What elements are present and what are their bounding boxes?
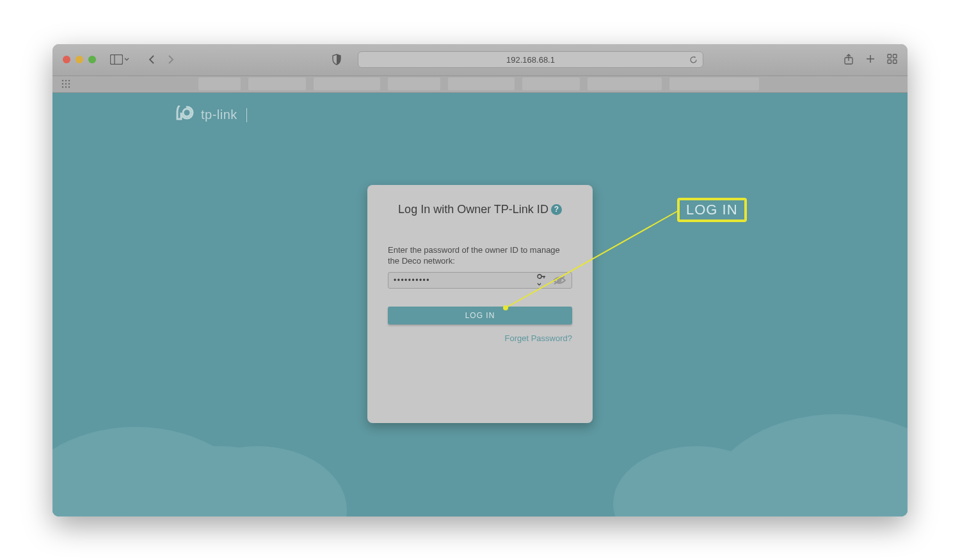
login-instruction: Enter the password of the owner ID to ma…	[388, 244, 572, 267]
bookmark-placeholders	[198, 77, 759, 90]
navigation-arrows	[143, 51, 179, 68]
bookmark-item[interactable]	[388, 77, 440, 90]
chevron-down-icon	[537, 282, 541, 287]
svg-point-17	[538, 275, 541, 278]
grid-icon	[887, 54, 897, 64]
key-icon	[537, 273, 546, 280]
svg-point-11	[65, 83, 67, 84]
login-title-text: Log In with Owner TP-Link ID	[398, 203, 548, 216]
tplink-logo-icon	[175, 106, 195, 125]
svg-point-9	[68, 80, 70, 81]
shield-icon	[332, 54, 342, 65]
reload-icon	[689, 56, 698, 64]
bookmark-item[interactable]	[248, 77, 306, 90]
tabs-overview-button[interactable]	[887, 54, 897, 65]
favorites-bar	[52, 76, 908, 93]
login-button[interactable]: LOG IN	[388, 307, 572, 324]
sidebar-toggle-button[interactable]	[110, 54, 129, 65]
svg-rect-0	[111, 55, 123, 65]
forward-button[interactable]	[163, 51, 179, 68]
svg-point-13	[62, 86, 63, 88]
svg-point-14	[65, 86, 67, 88]
svg-rect-5	[888, 60, 892, 64]
back-button[interactable]	[143, 51, 160, 68]
svg-point-8	[65, 80, 67, 81]
svg-point-12	[68, 83, 70, 84]
login-title: Log In with Owner TP-Link ID ?	[388, 203, 572, 216]
login-card: Log In with Owner TP-Link ID ? Enter the…	[367, 185, 593, 423]
brand-separator	[246, 108, 247, 122]
bookmark-item[interactable]	[669, 77, 759, 90]
minimize-window-button[interactable]	[76, 56, 83, 63]
share-icon	[844, 54, 854, 65]
bookmark-item[interactable]	[588, 77, 662, 90]
brand-name: tp-link	[201, 108, 237, 122]
maximize-window-button[interactable]	[88, 56, 96, 63]
sidebar-icon	[110, 54, 123, 65]
toolbar-right	[844, 54, 897, 65]
bookmark-item[interactable]	[448, 77, 515, 90]
window-controls	[63, 56, 96, 63]
svg-point-16	[183, 109, 191, 116]
chevron-left-icon	[148, 54, 156, 65]
keychain-icon[interactable]	[537, 273, 546, 288]
chevron-right-icon	[167, 54, 175, 65]
forgot-password-link[interactable]: Forget Password?	[388, 333, 572, 343]
share-button[interactable]	[844, 54, 854, 65]
svg-point-10	[62, 83, 63, 84]
bookmark-item[interactable]	[522, 77, 580, 90]
address-bar[interactable]: 192.168.68.1	[358, 51, 703, 68]
browser-window: 192.168.68.1	[52, 44, 908, 516]
close-window-button[interactable]	[63, 56, 70, 63]
show-password-toggle[interactable]	[552, 276, 566, 285]
svg-rect-6	[893, 60, 897, 64]
bookmark-item[interactable]	[198, 77, 241, 90]
password-input[interactable]	[394, 276, 537, 285]
chevron-down-icon	[124, 57, 129, 62]
eye-slash-icon	[552, 276, 566, 285]
apps-grid-button[interactable]	[61, 79, 70, 88]
svg-rect-3	[888, 54, 892, 58]
apps-icon	[61, 79, 70, 88]
browser-toolbar: 192.168.68.1	[52, 44, 908, 76]
reload-button[interactable]	[689, 56, 698, 64]
url-text: 192.168.68.1	[506, 55, 555, 65]
svg-point-15	[68, 86, 70, 88]
callout-label: LOG IN	[677, 198, 747, 222]
svg-point-7	[62, 80, 63, 81]
brand-header: tp-link	[175, 106, 247, 125]
bookmark-item[interactable]	[314, 77, 380, 90]
help-icon[interactable]: ?	[551, 204, 562, 215]
privacy-shield-button[interactable]	[328, 51, 345, 68]
page-content: tp-link Log In with Owner TP-Link ID ? E…	[52, 93, 908, 516]
new-tab-button[interactable]	[865, 54, 876, 65]
plus-icon	[865, 54, 876, 64]
svg-rect-4	[893, 54, 897, 58]
password-field-wrapper	[388, 272, 572, 289]
